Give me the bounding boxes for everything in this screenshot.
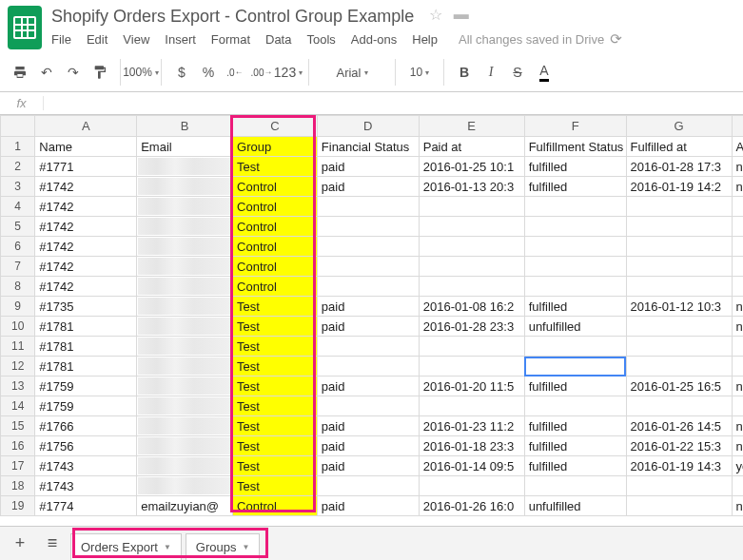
cell[interactable]: no xyxy=(732,377,743,396)
col-header-b[interactable]: B xyxy=(137,116,233,137)
cell[interactable]: b xyxy=(137,237,233,257)
row-header[interactable]: 13 xyxy=(1,377,35,396)
cell[interactable]: no xyxy=(732,157,743,177)
cell[interactable]: unfulfilled xyxy=(524,496,626,516)
cell[interactable] xyxy=(419,237,524,257)
cell[interactable] xyxy=(419,257,524,277)
number-format-select[interactable]: 123 xyxy=(278,59,299,86)
cell[interactable]: b xyxy=(137,197,233,217)
cell[interactable] xyxy=(626,496,732,516)
cell[interactable] xyxy=(626,337,732,357)
cell[interactable]: Acce xyxy=(732,137,743,157)
cell[interactable]: 2016-01-26 14:5 xyxy=(626,416,732,436)
cell[interactable]: #1766 xyxy=(35,416,137,436)
cell[interactable]: 2016-01-23 11:2 xyxy=(419,416,524,436)
cell[interactable]: Paid at xyxy=(419,137,524,157)
cell[interactable]: Email xyxy=(137,137,233,157)
col-header-g[interactable]: G xyxy=(626,116,732,137)
row-header[interactable]: 8 xyxy=(1,277,35,297)
cell[interactable]: Control xyxy=(233,277,318,297)
cell[interactable]: 2016-01-08 16:2 xyxy=(419,297,524,317)
decrease-decimal-icon[interactable]: .0← xyxy=(225,59,245,86)
cell[interactable]: c xyxy=(137,297,233,317)
row-header[interactable]: 1 xyxy=(1,137,35,157)
cell[interactable]: Fulfilled at xyxy=(626,137,732,157)
cell[interactable] xyxy=(317,337,419,357)
menu-format[interactable]: Format xyxy=(211,32,250,47)
cell[interactable]: paid xyxy=(317,456,419,476)
cell[interactable] xyxy=(524,476,626,496)
cell[interactable] xyxy=(626,277,732,297)
cell[interactable]: b xyxy=(137,177,233,197)
cell[interactable]: emailzuyian@ xyxy=(137,496,233,516)
cell[interactable]: paid xyxy=(317,416,419,436)
cell[interactable] xyxy=(524,257,626,277)
menu-edit[interactable]: Edit xyxy=(87,32,108,47)
cell[interactable]: fulfilled xyxy=(524,456,626,476)
cell[interactable]: Control xyxy=(233,237,318,257)
cell[interactable] xyxy=(524,217,626,237)
cell[interactable]: c xyxy=(137,357,233,377)
cell[interactable] xyxy=(732,396,743,416)
cell[interactable]: paid xyxy=(317,436,419,456)
menu-help[interactable]: Help xyxy=(412,32,438,47)
cell[interactable]: no xyxy=(732,177,743,197)
cell[interactable]: c xyxy=(137,396,233,416)
row-header[interactable]: 7 xyxy=(1,257,35,277)
cell[interactable]: fulfilled xyxy=(524,157,626,177)
cell[interactable]: #1781 xyxy=(35,317,137,337)
row-header[interactable]: 17 xyxy=(1,456,35,476)
cell[interactable]: Test xyxy=(233,317,318,337)
cell[interactable] xyxy=(524,237,626,257)
row-header[interactable]: 12 xyxy=(1,357,35,377)
cell[interactable]: unfulfilled xyxy=(524,317,626,337)
cell[interactable]: Control xyxy=(233,197,318,217)
cell[interactable]: Test xyxy=(233,456,318,476)
cell[interactable]: #1759 xyxy=(35,396,137,416)
cell[interactable]: paid xyxy=(317,177,419,197)
cell[interactable]: Test xyxy=(233,476,318,496)
cell[interactable]: #1742 xyxy=(35,177,137,197)
cell[interactable]: Test xyxy=(233,377,318,396)
cell[interactable] xyxy=(419,476,524,496)
cell[interactable] xyxy=(732,257,743,277)
cell[interactable]: c xyxy=(137,436,233,456)
cell[interactable]: b xyxy=(137,257,233,277)
bold-button[interactable]: B xyxy=(454,59,475,86)
cell[interactable]: 2016-01-12 10:3 xyxy=(626,297,732,317)
cell[interactable]: Test xyxy=(233,416,318,436)
cell[interactable]: fulfilled xyxy=(524,297,626,317)
cell[interactable]: Name xyxy=(35,137,137,157)
row-header[interactable]: 3 xyxy=(1,177,35,197)
cell[interactable] xyxy=(732,357,743,377)
cell[interactable] xyxy=(317,237,419,257)
cell[interactable]: #1743 xyxy=(35,456,137,476)
cell[interactable]: 2016-01-18 23:3 xyxy=(419,436,524,456)
cell[interactable]: 2016-01-13 20:3 xyxy=(419,177,524,197)
folder-icon[interactable]: ▬ xyxy=(454,6,469,24)
cell[interactable] xyxy=(317,277,419,297)
cell[interactable] xyxy=(524,357,626,377)
menu-view[interactable]: View xyxy=(123,32,149,47)
print-icon[interactable] xyxy=(10,59,30,86)
cell[interactable]: 2016-01-28 17:3 xyxy=(626,157,732,177)
chevron-down-icon[interactable]: ▼ xyxy=(242,543,249,551)
sheets-icon[interactable] xyxy=(8,6,42,49)
cell[interactable]: #1756 xyxy=(35,436,137,456)
cell[interactable]: e xyxy=(137,456,233,476)
sheet-tab-groups[interactable]: Groups▼ xyxy=(186,533,261,560)
cell[interactable]: b xyxy=(137,217,233,237)
percent-icon[interactable]: % xyxy=(198,59,219,86)
cell[interactable] xyxy=(524,197,626,217)
cell[interactable]: fulfilled xyxy=(524,436,626,456)
row-header[interactable]: 4 xyxy=(1,197,35,217)
row-header[interactable]: 11 xyxy=(1,337,35,357)
cell[interactable]: 2016-01-20 11:5 xyxy=(419,377,524,396)
row-header[interactable]: 19 xyxy=(1,496,35,516)
undo-icon[interactable]: ↶ xyxy=(36,59,57,86)
row-header[interactable]: 10 xyxy=(1,317,35,337)
cell[interactable]: #1735 xyxy=(35,297,137,317)
cell[interactable]: #1781 xyxy=(35,337,137,357)
cell[interactable]: c xyxy=(137,416,233,436)
row-header[interactable]: 15 xyxy=(1,416,35,436)
